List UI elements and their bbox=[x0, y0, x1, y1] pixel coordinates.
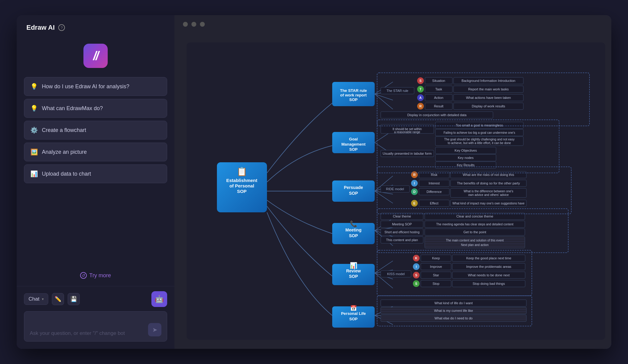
svg-text:RIDE model: RIDE model bbox=[386, 187, 404, 191]
svg-text:Stop doing bad things: Stop doing bad things bbox=[473, 282, 505, 285]
menu-item-analysis[interactable]: 💡 How do I use Edraw AI for analysis? bbox=[24, 77, 167, 96]
app-window: Edraw AI ? // 💡 How do I use Edraw AI fo… bbox=[17, 15, 611, 349]
svg-text:S: S bbox=[419, 79, 421, 83]
send-icon: ➤ bbox=[152, 326, 157, 333]
left-header: Edraw AI ? bbox=[17, 15, 174, 38]
svg-text:Difference: Difference bbox=[427, 190, 442, 194]
chart-icon: 📊 bbox=[30, 170, 38, 177]
svg-text:D: D bbox=[413, 190, 416, 194]
svg-text:Review: Review bbox=[346, 268, 361, 273]
svg-text:What is the difference between: What is the difference between one's bbox=[464, 190, 513, 193]
svg-text:I: I bbox=[414, 181, 415, 185]
logo-area: // bbox=[17, 38, 174, 77]
svg-text:What else do I need to do: What else do I need to do bbox=[434, 316, 472, 320]
svg-text:Management: Management bbox=[341, 142, 366, 147]
svg-text:SOP: SOP bbox=[349, 317, 358, 321]
svg-text:E: E bbox=[413, 201, 415, 205]
window-dot-2 bbox=[191, 22, 196, 27]
svg-text:Display of work results: Display of work results bbox=[472, 104, 505, 108]
svg-text:Clear theme: Clear theme bbox=[393, 214, 411, 218]
svg-text:SOP: SOP bbox=[237, 189, 247, 194]
svg-text:A: A bbox=[419, 96, 422, 99]
svg-text:of work report: of work report bbox=[340, 93, 367, 97]
svg-text:The STAR rule: The STAR rule bbox=[387, 89, 408, 93]
ai-icon: 🤖 bbox=[155, 295, 164, 303]
save-icon-btn[interactable]: 💾 bbox=[68, 293, 80, 305]
svg-text:The benefits of doing so for t: The benefits of doing so for the other p… bbox=[457, 181, 520, 185]
svg-text:Action: Action bbox=[434, 96, 444, 99]
svg-text:of Personal: of Personal bbox=[229, 183, 254, 188]
try-more-button[interactable]: ↺ Try more bbox=[17, 267, 174, 284]
logo-text: // bbox=[93, 49, 98, 63]
svg-text:What kind of impact may one's : What kind of impact may one's own sugges… bbox=[452, 202, 525, 205]
svg-text:Improve the problematic areas: Improve the problematic areas bbox=[466, 265, 512, 268]
svg-text:Key Results: Key Results bbox=[457, 163, 475, 167]
chat-controls: Chat ▾ ✏️ 💾 🤖 bbox=[24, 291, 167, 307]
svg-text:R: R bbox=[419, 104, 422, 108]
menu-item-label-picture: Analyze an picture bbox=[42, 149, 87, 155]
svg-text:Display in conjunction with de: Display in conjunction with detailed dat… bbox=[407, 113, 467, 117]
chat-mode-select[interactable]: Chat ▾ bbox=[24, 293, 48, 305]
menu-item-picture[interactable]: 🖼️ Analyze an picture bbox=[24, 143, 167, 161]
right-header bbox=[174, 15, 611, 33]
svg-text:The main content and solution : The main content and solution of this ev… bbox=[446, 239, 504, 242]
svg-text:Short and efficient hosting: Short and efficient hosting bbox=[384, 231, 419, 234]
ai-send-button[interactable]: 🤖 bbox=[151, 291, 167, 307]
svg-text:What is my current life like: What is my current life like bbox=[434, 309, 473, 312]
svg-text:Keep: Keep bbox=[432, 256, 440, 260]
svg-text:own advice and others' advice: own advice and others' advice bbox=[468, 193, 509, 197]
svg-text:SOP: SOP bbox=[349, 97, 358, 102]
right-panel: 📋 Establishment of Personal SOP The STAR… bbox=[174, 15, 611, 349]
svg-text:Background Information Introdu: Background Information Introduction bbox=[461, 79, 515, 83]
left-panel: Edraw AI ? // 💡 How do I use Edraw AI fo… bbox=[17, 15, 174, 349]
svg-text:Personal Life: Personal Life bbox=[341, 311, 366, 316]
picture-icon: 🖼️ bbox=[30, 148, 38, 156]
svg-text:T: T bbox=[420, 87, 422, 91]
chat-input-placeholder: Ask your question, or enter "/" change b… bbox=[30, 330, 148, 336]
svg-text:SOP: SOP bbox=[349, 147, 358, 152]
svg-text:Meeting SOP: Meeting SOP bbox=[392, 222, 412, 226]
svg-text:📋: 📋 bbox=[237, 167, 247, 177]
svg-text:SOP: SOP bbox=[349, 233, 358, 238]
svg-text:Keep the good place next time: Keep the good place next time bbox=[466, 256, 512, 260]
svg-text:Report the main work tasks: Report the main work tasks bbox=[468, 87, 509, 91]
flowchart-icon: ⚙️ bbox=[30, 126, 38, 134]
menu-item-flowchart[interactable]: ⚙️ Create a flowchart bbox=[24, 121, 167, 140]
svg-text:Task: Task bbox=[435, 87, 442, 91]
svg-text:Stop: Stop bbox=[433, 282, 440, 285]
svg-text:Key nodes: Key nodes bbox=[458, 156, 474, 160]
svg-text:Star: Star bbox=[433, 273, 439, 277]
svg-text:Failing to achieve too big a g: Failing to achieve too big a goal can un… bbox=[444, 131, 515, 134]
svg-text:This content and plan: This content and plan bbox=[386, 238, 418, 242]
svg-line-9 bbox=[375, 191, 393, 203]
bottom-area: Chat ▾ ✏️ 💾 🤖 Ask your question, or ente… bbox=[17, 286, 174, 349]
svg-text:I: I bbox=[416, 265, 417, 268]
svg-text:Next plan and action: Next plan and action bbox=[461, 243, 488, 247]
window-dot-3 bbox=[200, 22, 205, 27]
svg-text:R: R bbox=[413, 173, 416, 177]
edit-icon: ✏️ bbox=[55, 296, 61, 302]
svg-text:S: S bbox=[415, 282, 417, 285]
svg-text:a reasonable range: a reasonable range bbox=[394, 130, 420, 134]
svg-text:SOP: SOP bbox=[349, 191, 358, 196]
save-icon: 💾 bbox=[70, 296, 77, 302]
menu-item-label-chart: Upload data to chart bbox=[42, 171, 91, 177]
menu-items: 💡 How do I use Edraw AI for analysis? 💡 … bbox=[17, 77, 174, 267]
svg-text:Improve: Improve bbox=[430, 265, 442, 268]
menu-item-label-flowchart: Create a flowchart bbox=[42, 127, 86, 133]
menu-item-edrawmax[interactable]: 💡 What can EdrawMax do? bbox=[24, 99, 167, 118]
send-button[interactable]: ➤ bbox=[148, 323, 161, 336]
menu-item-chart[interactable]: 📊 Upload data to chart bbox=[24, 164, 167, 183]
help-icon[interactable]: ? bbox=[58, 24, 65, 31]
edit-icon-btn[interactable]: ✏️ bbox=[52, 293, 64, 305]
svg-text:Situation: Situation bbox=[432, 79, 445, 83]
logo-box: // bbox=[83, 44, 108, 68]
svg-text:S: S bbox=[415, 273, 417, 277]
refresh-icon: ↺ bbox=[80, 272, 87, 279]
svg-text:What actions have been taken: What actions have been taken bbox=[466, 96, 511, 99]
svg-text:Result: Result bbox=[434, 104, 443, 108]
svg-text:Goal: Goal bbox=[349, 137, 358, 141]
chat-input-area[interactable]: Ask your question, or enter "/" change b… bbox=[24, 311, 167, 342]
svg-text:KISS model: KISS model bbox=[387, 272, 405, 276]
svg-text:Too small a goal is meaningles: Too small a goal is meaningless bbox=[456, 123, 503, 127]
